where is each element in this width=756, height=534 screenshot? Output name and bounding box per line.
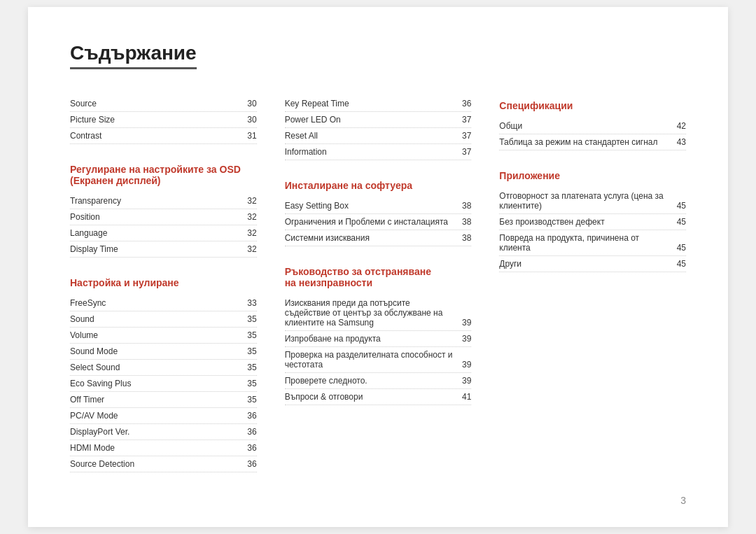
column-2: Key Repeat Time36Power LED On37Reset All…	[285, 96, 472, 492]
section-specs-heading: Спецификации	[499, 100, 686, 111]
item-page: 43	[677, 137, 686, 147]
list-item: Eco Saving Plus35	[70, 376, 257, 392]
list-item: Key Repeat Time36	[285, 96, 472, 112]
list-item: Без производствен дефект45	[499, 214, 686, 230]
section-troubleshoot-heading: Ръководство за отстраняванена неизправно…	[285, 266, 472, 288]
content-grid: Source30Picture Size30Contrast31 Регулир…	[70, 96, 686, 492]
item-label: Други	[499, 259, 676, 269]
list-item: Общи42	[499, 118, 686, 134]
item-page: 32	[247, 244, 256, 254]
item-label: Ограничения и Проблеми с инсталацията	[285, 217, 462, 227]
item-label: Таблица за режим на стандартен сигнал	[499, 137, 676, 147]
item-label: Общи	[499, 121, 676, 131]
item-label: HDMI Mode	[70, 443, 247, 453]
section-osd-heading: Регулиране на настройките за OSD (Екране…	[70, 164, 257, 186]
item-label: Picture Size	[70, 115, 247, 125]
item-label: DisplayPort Ver.	[70, 427, 247, 437]
item-page: 35	[247, 395, 256, 405]
list-item: Power LED On37	[285, 112, 472, 128]
item-page: 35	[247, 346, 256, 356]
list-item: Таблица за режим на стандартен сигнал43	[499, 134, 686, 150]
list-item: Contrast31	[70, 128, 257, 144]
item-label: Повреда на продукта, причинена от клиент…	[499, 233, 676, 253]
item-label: Contrast	[70, 131, 247, 141]
list-item: Повреда на продукта, причинена от клиент…	[499, 230, 686, 256]
item-label: Power LED On	[285, 115, 462, 125]
item-page: 32	[247, 212, 256, 222]
list-item: Отговорност за платената услуга (цена за…	[499, 188, 686, 214]
section-appendix: Приложение Отговорност за платената услу…	[499, 170, 686, 272]
list-item: Source30	[70, 96, 257, 112]
item-page: 35	[247, 363, 256, 372]
column-3: Спецификации Общи42Таблица за режим на с…	[499, 96, 686, 492]
list-item: Въпроси & отговори41	[285, 389, 472, 405]
item-label: Системни изисквания	[285, 233, 462, 243]
section-settings: Настройка и нулиране FreeSync33Sound35Vo…	[70, 277, 257, 472]
list-item: Select Sound35	[70, 360, 257, 376]
item-label: Information	[285, 147, 462, 157]
item-page: 38	[462, 201, 471, 211]
list-item: Проверка на разделителната способност и …	[285, 347, 472, 373]
list-item: Изисквания преди да потърсите съдействие…	[285, 295, 472, 331]
list-item: Ограничения и Проблеми с инсталацията38	[285, 214, 472, 230]
item-page: 39	[462, 360, 471, 370]
item-page: 38	[462, 217, 471, 227]
item-label: Select Sound	[70, 363, 247, 372]
item-page: 32	[247, 196, 256, 206]
list-item: Проверете следното.39	[285, 373, 472, 389]
item-page: 36	[247, 443, 256, 453]
list-item: Volume35	[70, 328, 257, 344]
list-item: PC/AV Mode36	[70, 408, 257, 424]
page-number: 3	[680, 495, 686, 506]
item-label: Sound	[70, 314, 247, 324]
list-item: Language32	[70, 225, 257, 241]
item-label: Sound Mode	[70, 346, 247, 356]
item-page: 45	[677, 217, 686, 227]
item-label: FreeSync	[70, 298, 247, 308]
list-item: DisplayPort Ver.36	[70, 424, 257, 440]
item-label: Language	[70, 228, 247, 238]
item-page: 38	[462, 233, 471, 243]
column-1: Source30Picture Size30Contrast31 Регулир…	[70, 96, 257, 492]
item-page: 37	[462, 131, 471, 141]
item-label: Off Timer	[70, 395, 247, 405]
item-label: PC/AV Mode	[70, 411, 247, 421]
item-page: 32	[247, 228, 256, 238]
item-page: 35	[247, 314, 256, 324]
item-page: 42	[677, 121, 686, 131]
list-item: Reset All37	[285, 128, 472, 144]
item-page: 45	[677, 259, 686, 269]
item-page: 30	[247, 99, 256, 108]
item-page: 39	[462, 318, 471, 328]
list-item: Системни изисквания38	[285, 230, 472, 246]
item-page: 39	[462, 376, 471, 386]
list-item: Изпробване на продукта39	[285, 331, 472, 347]
item-page: 30	[247, 115, 256, 125]
item-label: Reset All	[285, 131, 462, 141]
item-page: 45	[677, 243, 686, 253]
item-label: Position	[70, 212, 247, 222]
item-label: Отговорност за платената услуга (цена за…	[499, 191, 676, 211]
item-label: Без производствен дефект	[499, 217, 676, 227]
item-label: Изисквания преди да потърсите съдействие…	[285, 298, 462, 328]
item-label: Eco Saving Plus	[70, 379, 247, 388]
item-label: Проверка на разделителната способност и …	[285, 350, 462, 370]
page-title: Съдържание	[70, 42, 197, 69]
item-page: 37	[462, 147, 471, 157]
list-item: Source Detection36	[70, 456, 257, 472]
item-page: 41	[462, 392, 471, 402]
item-page: 35	[247, 330, 256, 340]
item-label: Въпроси & отговори	[285, 392, 462, 402]
item-page: 37	[462, 115, 471, 125]
list-item: Transparency32	[70, 193, 257, 209]
list-item: Position32	[70, 209, 257, 225]
section-settings-heading: Настройка и нулиране	[70, 277, 257, 288]
item-page: 31	[247, 131, 256, 141]
list-item: HDMI Mode36	[70, 440, 257, 456]
list-item: Sound35	[70, 311, 257, 328]
section-osd: Регулиране на настройките за OSD (Екране…	[70, 164, 257, 258]
page: Съдържание Source30Picture Size30Contras…	[28, 7, 728, 527]
section-software: Инсталиране на софтуера Easy Setting Box…	[285, 180, 472, 246]
section-appendix-heading: Приложение	[499, 170, 686, 181]
list-item: Picture Size30	[70, 112, 257, 128]
